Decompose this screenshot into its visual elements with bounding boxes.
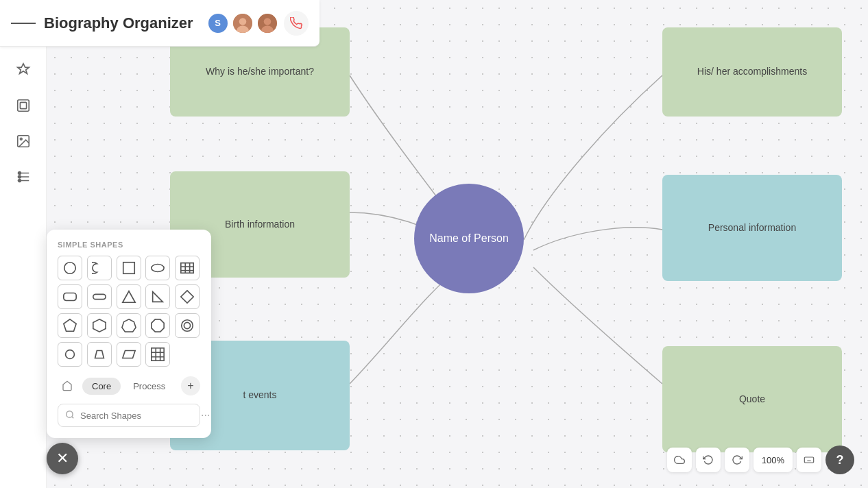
phone-button[interactable] [284,11,309,36]
quote-node-text: Quote [728,386,776,413]
shape-hexagon[interactable] [87,313,112,338]
search-shapes-input[interactable] [80,411,195,421]
add-tab-button[interactable]: + [181,376,200,395]
shape-table[interactable] [175,256,200,280]
more-options-button[interactable]: ··· [201,409,210,422]
svg-rect-7 [20,102,26,108]
undo-button[interactable] [696,448,721,472]
svg-marker-34 [122,351,134,358]
shapes-tabs: Core Process + [58,376,200,395]
svg-point-11 [18,175,21,178]
close-fab-button[interactable]: ✕ [47,443,78,474]
svg-point-31 [184,322,191,328]
svg-rect-22 [93,294,106,299]
svg-point-1 [239,18,246,25]
svg-point-4 [263,18,271,25]
shape-pill[interactable] [87,284,112,309]
diagram-tool-button[interactable] [8,162,38,192]
tab-process[interactable]: Process [123,378,175,395]
bottom-toolbar: 100% ? [667,446,854,474]
shapes-search-box[interactable]: ··· [58,404,200,427]
shape-grid[interactable] [145,342,170,367]
birth-node-text: Birth information [214,211,306,239]
shape-triangle[interactable] [117,284,141,309]
app-title: Biography Organizer [44,14,193,32]
svg-marker-28 [122,319,136,332]
keyboard-button[interactable] [797,448,821,472]
svg-rect-42 [804,457,813,463]
personal-node[interactable]: Personal information [662,175,842,281]
center-node[interactable]: Name of Person [414,184,524,293]
shape-rounded-rect[interactable] [58,284,82,309]
svg-point-10 [18,172,21,175]
shapes-grid [58,256,200,367]
svg-rect-6 [17,100,29,112]
sidebar [0,0,47,488]
shape-right-triangle[interactable] [145,284,170,309]
why-node-text: Why is he/she important? [195,58,325,86]
shape-diamond[interactable] [175,284,200,309]
events-node-text: t events [232,382,287,409]
accomplishments-node[interactable]: His/ her accomplishments [662,27,842,117]
personal-node-text: Personal information [697,215,807,242]
svg-point-9 [20,138,22,140]
svg-point-15 [152,265,164,272]
svg-marker-25 [181,291,193,303]
shape-trapezoid[interactable] [87,342,112,367]
svg-rect-16 [181,263,193,273]
avatar-2[interactable] [256,12,278,34]
shape-arc[interactable] [87,256,112,280]
image-tool-button[interactable] [8,126,38,156]
svg-marker-26 [64,319,76,331]
quote-node[interactable]: Quote [662,346,842,452]
shapes-tab-icon[interactable] [58,376,77,395]
svg-marker-29 [152,319,164,332]
svg-rect-21 [64,293,76,301]
svg-point-12 [18,180,21,182]
shape-heptagon[interactable] [117,313,141,338]
menu-button[interactable] [11,11,36,36]
help-button[interactable]: ? [825,446,854,474]
shape-circle-outline[interactable] [175,313,200,338]
shape-parallelogram[interactable] [117,342,141,367]
shapes-section-label: SIMPLE SHAPES [58,241,200,249]
redo-button[interactable] [725,448,749,472]
svg-line-41 [72,416,74,418]
cloud-save-button[interactable] [667,448,692,472]
svg-rect-35 [152,348,164,361]
header: Biography Organizer S [0,0,320,47]
svg-marker-33 [95,351,104,358]
shape-octagon[interactable] [145,313,170,338]
avatar-1[interactable] [232,12,254,34]
frame-tool-button[interactable] [8,90,38,121]
avatar-s[interactable]: S [207,12,229,34]
collaborators: S [207,12,278,34]
svg-marker-24 [153,292,163,302]
shape-circle[interactable] [58,256,82,280]
svg-marker-27 [93,319,106,332]
svg-point-32 [66,350,75,359]
shape-square[interactable] [117,256,141,280]
shape-small-circle[interactable] [58,342,82,367]
shapes-panel: SIMPLE SHAPES [47,230,211,438]
zoom-level[interactable]: 100% [754,448,793,472]
svg-point-30 [182,320,193,332]
svg-point-40 [67,411,73,417]
svg-marker-23 [122,291,134,303]
accomplishments-node-text: His/ her accomplishments [686,58,818,86]
shape-pentagon[interactable] [58,313,82,338]
svg-rect-14 [123,263,134,274]
shapes-tool-button[interactable] [8,55,38,85]
search-icon [65,410,75,422]
shape-oval[interactable] [145,256,170,280]
svg-point-13 [64,263,76,274]
tab-core[interactable]: Core [82,378,121,395]
